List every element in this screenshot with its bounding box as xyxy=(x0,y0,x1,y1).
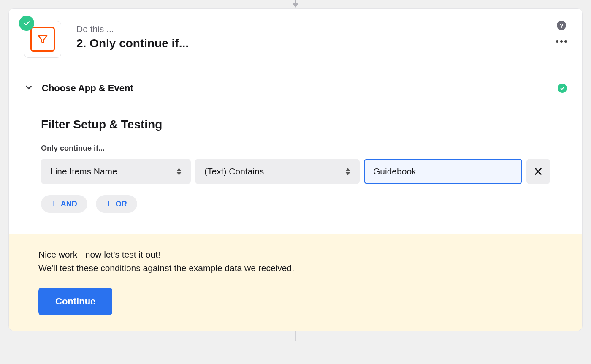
condition-row: Line Items Name (Text) Contains xyxy=(41,159,550,184)
condition-field-select[interactable]: Line Items Name xyxy=(41,159,191,184)
filter-setup-content: Filter Setup & Testing Only continue if.… xyxy=(9,103,582,230)
logic-buttons-row: + AND + OR xyxy=(41,195,550,213)
close-icon xyxy=(534,167,543,176)
step-header: Do this ... 2. Only continue if... ? xyxy=(9,9,582,73)
svg-marker-2 xyxy=(176,168,182,171)
svg-marker-1 xyxy=(293,3,298,8)
test-panel: Nice work - now let's test it out! We'll… xyxy=(9,234,582,331)
plus-icon: + xyxy=(51,199,57,209)
step-pretitle: Do this ... xyxy=(76,24,189,34)
select-arrows-icon xyxy=(176,168,182,175)
connector-arrow-top xyxy=(0,0,591,8)
plus-icon: + xyxy=(106,199,111,209)
section-success-icon xyxy=(558,84,567,93)
step-card: Do this ... 2. Only continue if... ? Cho… xyxy=(8,8,583,331)
choose-app-event-label: Choose App & Event xyxy=(42,83,133,94)
app-icon-wrap xyxy=(24,21,61,58)
chevron-down-icon[interactable] xyxy=(24,83,33,94)
more-menu-icon[interactable] xyxy=(556,40,567,43)
step-title: 2. Only continue if... xyxy=(76,37,189,50)
test-line-1: Nice work - now let's test it out! xyxy=(38,250,553,260)
help-icon[interactable]: ? xyxy=(557,21,566,30)
success-check-icon xyxy=(19,16,34,31)
condition-operator-select[interactable]: (Text) Contains xyxy=(195,159,360,184)
continue-button[interactable]: Continue xyxy=(38,288,112,315)
add-and-button[interactable]: + AND xyxy=(41,195,87,213)
svg-marker-3 xyxy=(176,172,182,175)
add-or-button[interactable]: + OR xyxy=(96,195,137,213)
filter-subtitle: Only continue if... xyxy=(41,144,550,153)
svg-marker-4 xyxy=(345,168,350,171)
header-text: Do this ... 2. Only continue if... xyxy=(76,21,189,50)
connector-bottom xyxy=(0,331,591,341)
choose-app-event-section[interactable]: Choose App & Event xyxy=(9,73,582,103)
condition-field-value: Line Items Name xyxy=(50,166,117,177)
svg-marker-5 xyxy=(345,172,350,175)
and-label: AND xyxy=(61,200,77,209)
condition-operator-value: (Text) Contains xyxy=(204,166,264,177)
test-line-2: We'll test these conditions against the … xyxy=(38,263,553,273)
select-arrows-icon xyxy=(345,168,350,175)
or-label: OR xyxy=(116,200,127,209)
condition-value-input[interactable] xyxy=(364,159,522,184)
filter-icon xyxy=(30,27,55,52)
remove-condition-button[interactable] xyxy=(526,159,550,184)
filter-setup-title: Filter Setup & Testing xyxy=(41,118,550,131)
